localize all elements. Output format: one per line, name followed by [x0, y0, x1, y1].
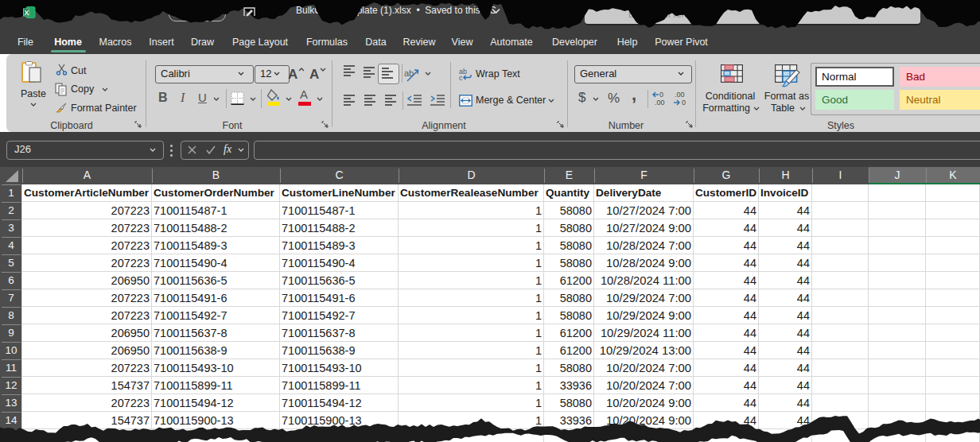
- svg-text:.00: .00: [675, 91, 685, 99]
- svg-text:.00: .00: [655, 99, 665, 106]
- svg-text:X: X: [25, 9, 29, 17]
- svg-text:c: c: [459, 74, 463, 81]
- svg-text:0: 0: [682, 99, 686, 106]
- svg-text:0: 0: [659, 91, 663, 99]
